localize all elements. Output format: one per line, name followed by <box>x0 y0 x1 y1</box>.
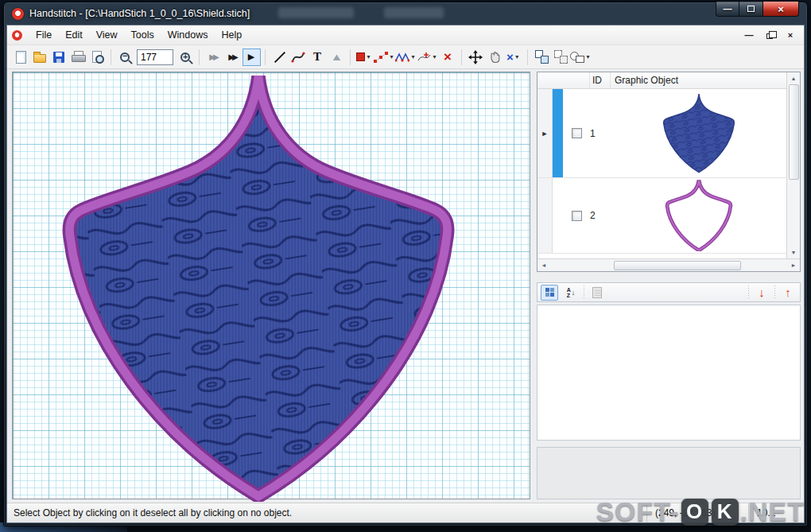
status-message: Select Object by clicking on it deselect… <box>7 507 646 518</box>
mdi-restore-button[interactable] <box>761 29 778 42</box>
step-forward-button[interactable]: ▶▶ <box>223 48 242 67</box>
print-button[interactable] <box>68 48 87 67</box>
maximize-icon <box>747 6 755 12</box>
alphabetical-sort-button[interactable]: AZ ↓ <box>562 285 580 301</box>
scroll-right-arrow[interactable]: ► <box>787 259 800 271</box>
group-tool-button[interactable] <box>532 48 551 67</box>
double-arrow-icon: ▶▶ <box>228 52 235 61</box>
add-point-dropdown[interactable]: ▾ <box>431 53 438 60</box>
menu-tools[interactable]: Tools <box>125 27 161 43</box>
toolbar-separator <box>199 49 200 65</box>
menu-view[interactable]: View <box>90 27 124 43</box>
curve-tool-button[interactable] <box>289 48 308 67</box>
pan-tool-button[interactable] <box>485 48 504 67</box>
row-1-checkbox[interactable] <box>572 128 582 138</box>
watermark: SOFT- O K .NET <box>596 496 805 527</box>
row-2-checkbox[interactable] <box>572 211 582 221</box>
dotted-separator <box>748 285 749 300</box>
toolbar-separator <box>265 49 266 65</box>
sort-letter-a: A <box>567 287 571 293</box>
object-row-1[interactable]: ► 1 <box>537 89 786 178</box>
hand-icon <box>488 50 501 64</box>
vertical-scroll-thumb[interactable] <box>789 84 799 180</box>
ungroup-tool-button[interactable] <box>551 48 570 67</box>
shapes-tool-button[interactable]: ▾ <box>570 48 592 67</box>
design-canvas[interactable] <box>12 72 530 499</box>
window-title: Handstitch - [C:\HandStich 1_0_0_16\Shie… <box>29 8 250 19</box>
shield-outline-thumbnail <box>661 180 737 251</box>
shapes-tool-dropdown[interactable]: ▾ <box>584 53 592 60</box>
object-row-2[interactable]: 2 <box>537 178 786 254</box>
fill-tool-button[interactable]: ▾ <box>355 48 374 67</box>
fill-tool-dropdown[interactable]: ▾ <box>365 53 372 60</box>
shapes-icon <box>570 51 584 64</box>
zoom-in-icon <box>180 52 190 62</box>
delete-tool-button[interactable]: × <box>438 48 457 67</box>
row-1-thumbnail[interactable] <box>611 89 786 177</box>
remove-object-tool-button[interactable]: ×▾ <box>504 48 523 67</box>
toolbar-separator <box>461 49 462 65</box>
object-list-horizontal-scrollbar[interactable]: ◄ ► <box>537 258 800 271</box>
main-toolbar: ▶▶ ▶▶ ▶ T ▲ ▾ ▾ ▾ <box>7 45 804 69</box>
property-pages-button[interactable] <box>588 285 606 301</box>
ungroup-icon <box>554 50 568 64</box>
row-1-id: 1 <box>590 89 611 177</box>
curve-icon <box>291 51 305 64</box>
close-button[interactable]: × <box>762 2 799 17</box>
glass-reflection <box>384 7 444 18</box>
row-2-id: 2 <box>590 178 611 253</box>
red-x-icon: × <box>444 49 452 65</box>
node-edit-dropdown[interactable]: ▾ <box>388 53 395 60</box>
new-document-icon <box>16 51 26 64</box>
stitch-tool-dropdown[interactable]: ▾ <box>409 53 417 60</box>
scroll-left-arrow[interactable]: ◄ <box>537 259 550 271</box>
row-2-gutter <box>537 178 553 253</box>
save-file-button[interactable] <box>49 48 68 67</box>
zoom-input[interactable] <box>137 49 173 65</box>
stitch-tool-button[interactable]: ▾ <box>395 48 417 67</box>
mdi-close-button[interactable]: × <box>782 29 799 42</box>
header-id: ID <box>590 72 611 88</box>
mdi-minimize-button[interactable]: — <box>740 29 758 42</box>
property-pages-icon <box>592 287 602 298</box>
step-backward-button[interactable]: ▶▶ <box>204 48 223 67</box>
horizontal-scroll-thumb[interactable] <box>614 261 741 270</box>
maximize-button[interactable] <box>739 2 762 17</box>
node-edit-tool-button[interactable]: ▾ <box>374 48 395 67</box>
minimize-button[interactable]: — <box>716 2 739 17</box>
double-arrow-icon: ▶▶ <box>209 52 216 61</box>
menu-edit[interactable]: Edit <box>59 27 89 43</box>
add-point-tool-button[interactable]: ▾ <box>417 48 438 67</box>
menu-help[interactable]: Help <box>215 27 248 43</box>
scroll-up-arrow[interactable]: ▲ <box>787 72 800 84</box>
red-down-arrow-icon: ↓ <box>759 285 765 299</box>
text-tool-button[interactable]: T <box>308 48 327 67</box>
titlebar: Handstitch - [C:\HandStich 1_0_0_16\Shie… <box>4 2 807 25</box>
menu-file[interactable]: File <box>29 27 58 43</box>
row-2-thumbnail[interactable] <box>611 178 786 253</box>
restore-icon <box>766 33 773 39</box>
object-list-vertical-scrollbar[interactable]: ▲ ▼ <box>786 72 800 258</box>
zoom-out-button[interactable] <box>115 48 134 67</box>
scroll-down-arrow[interactable]: ▼ <box>787 247 800 258</box>
az-sort-icon: AZ <box>567 287 571 298</box>
property-grid[interactable] <box>537 305 801 441</box>
move-tool-button[interactable] <box>466 48 485 67</box>
new-document-button[interactable] <box>11 48 30 67</box>
move-down-button[interactable]: ↓ <box>753 285 770 301</box>
text-icon: T <box>313 50 321 64</box>
menu-windows[interactable]: Windows <box>161 27 215 43</box>
shield-design[interactable] <box>56 76 460 502</box>
document-system-icon[interactable] <box>12 30 22 41</box>
open-file-button[interactable] <box>30 48 49 67</box>
right-panel: ID Graphic Object ► 1 <box>537 72 801 499</box>
categorized-view-button[interactable] <box>541 285 558 301</box>
print-preview-button[interactable] <box>87 48 107 67</box>
play-button[interactable]: ▶ <box>242 48 261 67</box>
line-tool-button[interactable] <box>270 48 289 67</box>
row-2-selection-bar <box>553 178 563 253</box>
move-up-button[interactable]: ↑ <box>779 285 797 301</box>
polygon-tool-button[interactable]: ▲ <box>327 48 346 67</box>
remove-object-dropdown[interactable]: ▾ <box>514 53 521 60</box>
zoom-in-button[interactable] <box>176 48 195 67</box>
